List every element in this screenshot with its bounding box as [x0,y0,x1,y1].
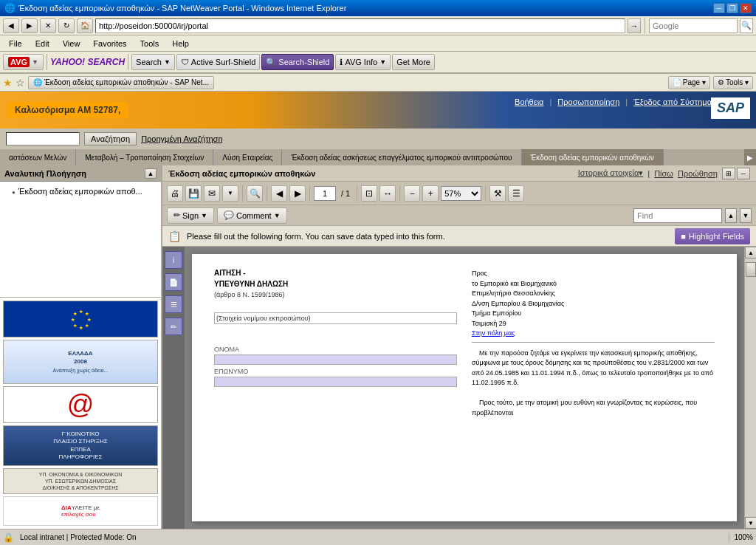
pdf-print-button[interactable]: 🖨 [167,185,183,202]
pdf-search-button[interactable]: 🔍 [247,185,263,202]
pdf-fit-width-button[interactable]: ↔ [379,185,396,202]
stop-button[interactable]: ✕ [40,18,56,33]
sidebar-scroll-up[interactable]: ▲ [145,168,157,179]
pdf-zoom-in-button[interactable]: + [422,185,439,202]
tree-bullet-icon: ● [12,189,16,196]
pdf-fit-page-button[interactable]: ⊡ [361,185,377,202]
menu-view[interactable]: View [57,38,86,49]
pdf-panel-btn1[interactable]: i [165,251,182,269]
tools-menu-button[interactable]: ⚙ Tools ▾ [713,76,753,89]
search-button[interactable]: Search ▼ [131,54,175,70]
menu-tools[interactable]: Tools [134,38,165,49]
sap-logout-link[interactable]: Έξοδος από Σύστημα [633,97,712,106]
pdf-page-layout: ΑΙΤΗΣΗ - ΥΠΕΥΘΥΝΗ ΔΗΛΩΣΗ (άρθρο 8 Ν. 159… [214,269,715,418]
pdf-address-line3: Επιμελητήριο Θεσσαλονίκης [472,289,715,299]
sap-search-input[interactable] [6,132,80,145]
pdf-sign-button[interactable]: ✏ Sign ▼ [167,208,214,224]
page-tools-button[interactable]: 📄 Page ▾ [668,76,710,89]
at-logo-image: @ [3,386,158,423]
nav-tab-company[interactable]: Λύση Εταιρείας [213,149,282,165]
pdf-panel-btn4[interactable]: ✏ [165,318,182,335]
pdf-address-line7: Στην πόλη μας [472,329,715,339]
sap-nav-bar: αστάσεων Μελών Μεταβολή – Τροποποίηση Στ… [0,149,756,165]
sign-label: Sign [182,211,199,220]
pdf-zoom-select[interactable]: 57% [441,186,481,201]
sap-help-link[interactable]: Βοήθεια [515,97,543,106]
search-shield-button[interactable]: 🔍 Search-Shield [261,54,334,70]
active-shield-button[interactable]: 🛡 Active Surf-Shield [176,54,260,70]
favorites-item[interactable]: 🌐 Έκδοση αδείας εμπορικών αποθηκών - SAP… [28,76,214,89]
google-search-button[interactable]: 🔍 [740,18,753,33]
pdf-email-button[interactable]: ✉ [204,185,220,202]
pdf-panel-btn2[interactable]: 📄 [165,273,182,291]
sap-advanced-search-link[interactable]: Προηγμένη Αναζήτηση [141,134,222,143]
pdf-zoom-out-button[interactable]: − [404,185,420,202]
sign-dropdown-icon: ▼ [201,212,207,219]
google-search-input[interactable] [649,18,738,33]
right-content-area: Έκδοση αδείας εμπορικών αποθηκών Ιστορικ… [162,165,756,529]
sep1 [47,54,47,70]
sap-search-button[interactable]: Αναζήτηση [84,132,137,145]
get-more-label: Get More [396,58,430,66]
avg-button[interactable]: AVG ▼ [3,54,44,70]
pdf-find-prev-button[interactable]: ▲ [725,208,737,223]
pdf-address-line4: Δ/νση Εμπορίου & Βιομηχανίας [472,299,715,309]
pdf-next-page-button[interactable]: ▶ [289,185,306,202]
left-sidebar: Αναλυτική Πλοήγηση ▲ ● Έκδοση αδείας εμπ… [0,165,162,529]
scroll-thumb[interactable] [746,262,756,277]
nav-tab-warehouse[interactable]: Έκδοση αδείας εμπορικών αποθηκών [522,149,664,165]
sidebar-item-warehouse[interactable]: ● Έκδοση αδείας εμπορικών αποθ... [0,185,161,198]
menu-favorites[interactable]: Favorites [87,38,132,49]
pdf-left-panel: i 📄 ☰ ✏ [162,247,185,529]
pdf-find-next-button[interactable]: ▼ [740,208,752,223]
pdf-tools-button[interactable]: ⚒ [489,185,506,202]
pdf-more-button[interactable]: ☰ [508,185,524,202]
page-icon: 📄 [673,78,681,86]
get-more-button[interactable]: Get More [392,54,435,70]
tools-icon: ⚙ [718,78,724,86]
close-button[interactable]: ✕ [740,3,752,13]
favorites-bar: ★ ☆ 🌐 Έκδοση αδείας εμπορικών αποθηκών -… [0,74,756,92]
window-controls[interactable]: ─ ❐ ✕ [713,3,752,13]
pdf-prev-page-button[interactable]: ◀ [271,185,287,202]
highlight-fields-button[interactable]: ■ Highlight Fields [675,228,750,244]
scroll-track[interactable] [745,258,756,517]
pdf-find-input[interactable] [633,208,722,223]
forward-button[interactable]: ▶ [21,18,38,33]
pdf-save-button[interactable]: 💾 [185,185,202,202]
pdf-representative-label: (Στοιχεία νομίμου εκπροσώπου) [214,312,457,324]
minimize-icon[interactable]: ─ [737,168,750,179]
forward-nav-link[interactable]: Προώθηση [678,169,718,178]
back-button[interactable]: ◀ [3,18,19,33]
go-button[interactable]: → [628,18,641,33]
content-nav-links: Ιστορικά στοιχεία▾ | Πίσω Προώθηση [578,168,718,178]
back-nav-link[interactable]: Πίσω [654,169,673,178]
add-favorites-icon[interactable]: ☆ [16,77,25,89]
nav-tab-members[interactable]: αστάσεων Μελών [0,149,76,165]
url-input[interactable] [95,18,625,33]
pdf-surname-field[interactable] [214,377,457,387]
nav-scroll-right[interactable]: ▶ [744,149,756,165]
scroll-up-button[interactable]: ▲ [745,247,756,258]
restore-button[interactable]: ❐ [726,3,738,13]
scroll-down-button[interactable]: ▼ [745,517,756,529]
expand-icon[interactable]: ⊞ [722,168,735,179]
nav-tab-agent-license[interactable]: Έκδοση αδείας ασκήσεως επαγγέλματος εμπο… [282,149,521,165]
pdf-email-dropdown[interactable]: ▼ [222,185,238,202]
pdf-name-field[interactable] [214,354,457,365]
menu-help[interactable]: Help [166,38,195,49]
pdf-comment-button[interactable]: 💬 Comment ▼ [217,208,287,224]
home-button[interactable]: 🏠 [77,18,93,33]
menu-file[interactable]: File [3,38,28,49]
avg-info-button[interactable]: ℹ AVG Info ▼ [335,54,391,70]
refresh-button[interactable]: ↻ [58,18,75,33]
status-text: Local intranet | Protected Mode: On [20,533,137,541]
pdf-toolbar-sep3 [309,185,310,202]
menu-edit[interactable]: Edit [30,38,55,49]
pdf-panel-btn3[interactable]: ☰ [165,295,182,313]
nav-tab-modify[interactable]: Μεταβολή – Τροποποίηση Στοιχείων [76,149,213,165]
sap-personalize-link[interactable]: Προσωποποίηση [557,97,619,106]
minimize-button[interactable]: ─ [713,3,725,13]
pdf-page-number-input[interactable] [314,186,336,201]
historical-data-link[interactable]: Ιστορικά στοιχεία▾ [578,168,644,178]
